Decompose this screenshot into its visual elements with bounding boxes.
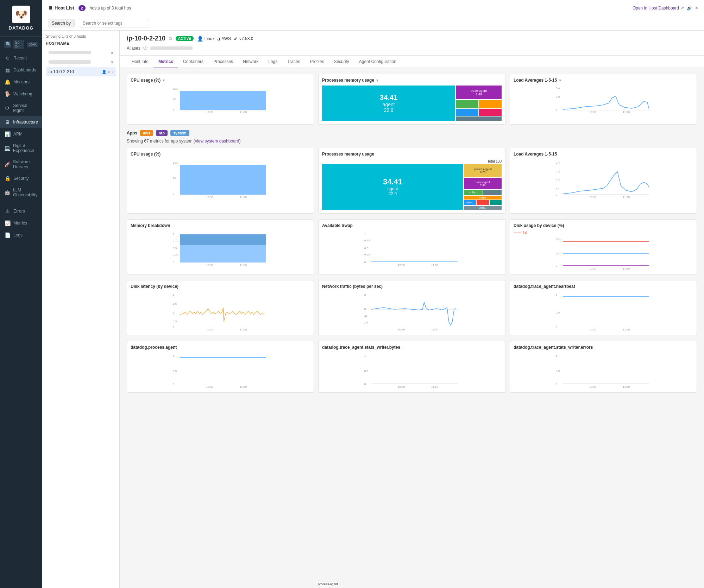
host-item-icons: a: [111, 60, 113, 64]
tab-profiles[interactable]: Profiles: [305, 56, 329, 68]
trace-heartbeat-card: datadog.trace_agent.heartbeat 1 0.5 0 10…: [510, 280, 697, 335]
list-item[interactable]: a: [46, 58, 116, 66]
available-swap-title: Available Swap: [322, 223, 502, 228]
search-by-button[interactable]: Search by: [48, 19, 75, 27]
aws-tag[interactable]: aws: [140, 130, 153, 136]
list-item[interactable]: a: [46, 48, 116, 57]
svg-rect-4: [180, 91, 266, 110]
processes-memory-bottom-title: Processes memory usage: [322, 152, 502, 157]
tab-network[interactable]: Network: [238, 56, 263, 68]
tab-agent-config[interactable]: Agent Configuration: [354, 56, 401, 68]
svg-text:0: 0: [173, 261, 175, 264]
apps-label: Apps aws ntp system: [127, 130, 697, 136]
sidebar-item-dashboards[interactable]: ▦ Dashboards: [0, 64, 42, 76]
volume-icon[interactable]: 🔊: [687, 6, 692, 11]
sidebar-nav: ⟲ Recent ▦ Dashboards 🔔 Monitors 🐕 Watch…: [0, 52, 42, 588]
svg-text:10:30: 10:30: [589, 110, 597, 114]
search-input[interactable]: [79, 19, 149, 27]
stats-writer-bytes-chart: 1 0.5 0 10:30 11:00: [322, 353, 502, 388]
tab-host-info[interactable]: Host Info: [127, 56, 153, 68]
host-item-icons: a: [111, 50, 113, 55]
metrics-icon: 📈: [4, 220, 11, 226]
dropdown-icon[interactable]: ▼: [162, 78, 165, 82]
svg-text:11:00: 11:00: [431, 385, 439, 388]
disk-legend: full: [514, 231, 693, 235]
tab-processes[interactable]: Processes: [208, 56, 238, 68]
network-traffic-chart: 8 0 -8 -16 10:30 11:00: [322, 292, 502, 330]
memory-breakdown-title: Memory breakdown: [131, 223, 310, 228]
sidebar-item-metrics[interactable]: 📈 Metrics: [0, 217, 42, 229]
tab-logs[interactable]: Logs: [263, 56, 282, 68]
svg-text:0.25: 0.25: [173, 253, 178, 256]
svg-text:100: 100: [173, 87, 178, 90]
process-agent-chart: 1 0.5 0 10:30 11:00: [131, 353, 310, 388]
sidebar-item-service-mgmt[interactable]: ⚙ Service Mgmt: [0, 100, 42, 116]
dropdown-icon[interactable]: ▼: [376, 78, 379, 82]
svg-text:0.1: 0.1: [556, 188, 560, 191]
svg-text:1.5: 1.5: [173, 302, 177, 305]
infrastructure-icon: 🖥: [4, 119, 10, 125]
disk-latency-title: Disk latency (by device): [131, 284, 310, 289]
open-dashboard-button[interactable]: Open in Host Dashboard ↗: [633, 6, 684, 11]
global-search[interactable]: 🔍 Go to... ⌘+K: [0, 37, 42, 52]
copy-icon[interactable]: ⧉: [169, 36, 172, 41]
stats-writer-errors-title: datadog.trace_agent.stats_writer.errors: [514, 345, 693, 350]
svg-text:11:00: 11:00: [240, 264, 247, 266]
topbar-right: Open in Host Dashboard ↗ 🔊 ✕: [633, 6, 698, 11]
software-delivery-icon: 🚀: [4, 162, 10, 167]
sidebar-item-digital-experience[interactable]: 💻 Digital Experience: [0, 140, 42, 156]
host-title: ip-10-0-2-210: [127, 35, 165, 42]
sidebar-item-software-delivery[interactable]: 🚀 Software Delivery: [0, 156, 42, 172]
system-tag[interactable]: system: [170, 130, 189, 136]
svg-text:1: 1: [173, 354, 175, 358]
svg-text:0.25: 0.25: [364, 253, 370, 256]
svg-text:10:30: 10:30: [589, 328, 597, 330]
close-icon[interactable]: ✕: [695, 6, 698, 11]
process-agent-card: datadog.process.agent 1 0.5 0 10:30 11:0…: [127, 341, 314, 393]
cpu-usage-top-card: CPU usage (%) ▼ 100 50 0 10:30 11:00: [127, 74, 314, 125]
svg-rect-34: [180, 234, 266, 245]
network-traffic-title: Network traffic (bytes per sec): [322, 284, 502, 289]
trace-heartbeat-title: datadog.trace_agent.heartbeat: [514, 284, 693, 289]
llm-icon: 🤖: [4, 190, 10, 195]
available-swap-card: Available Swap 1 0.75 0.5 0.25 0 10:30 1…: [318, 219, 505, 274]
sidebar-item-logs[interactable]: 📄 Logs: [0, 229, 42, 241]
tab-traces[interactable]: Traces: [282, 56, 305, 68]
tab-metrics[interactable]: Metrics: [153, 56, 178, 68]
sidebar: 🐶 DATADOG 🔍 Go to... ⌘+K ⟲ Recent ▦ Dash…: [0, 0, 42, 588]
sidebar-item-security[interactable]: 🔒 Security: [0, 172, 42, 184]
svg-text:11:00: 11:00: [623, 385, 630, 388]
showing-hosts-label: Showing 1–3 of 3 hosts: [46, 34, 116, 38]
cpu-usage-bottom-card: CPU usage (%) 100 50 0 10:30 11:00: [127, 148, 314, 214]
sidebar-item-llm-obs[interactable]: 🤖 LLM Observability: [0, 184, 42, 201]
legend-label: full: [523, 231, 527, 235]
list-item-active[interactable]: ip-10-0-2-210 👤 a ›: [46, 67, 116, 76]
svg-text:0.2: 0.2: [556, 95, 560, 99]
tab-containers[interactable]: Containers: [178, 56, 208, 68]
legend-line: [514, 233, 521, 233]
ntp-tag[interactable]: ntp: [156, 130, 168, 136]
available-swap-chart: 1 0.75 0.5 0.25 0 10:30 11:00: [322, 231, 502, 266]
svg-text:1: 1: [556, 293, 558, 297]
processes-memory-top-title: Processes memory usage ▼: [322, 78, 502, 83]
svg-text:10:30: 10:30: [206, 264, 214, 266]
sidebar-item-errors[interactable]: ⚠ Errors: [0, 205, 42, 217]
sidebar-item-watchdog[interactable]: 🐕 Watchdog: [0, 88, 42, 100]
sidebar-item-apm[interactable]: 📊 APM: [0, 128, 42, 140]
svg-text:2: 2: [173, 293, 175, 297]
dropdown-icon[interactable]: ▼: [558, 78, 562, 82]
view-system-dashboard-link[interactable]: view system dashboard: [195, 139, 239, 144]
sidebar-item-monitors[interactable]: 🔔 Monitors: [0, 76, 42, 88]
svg-text:1: 1: [364, 233, 366, 236]
load-averages-top-chart: 0.4 0.2 0 10:30 11:00: [514, 86, 693, 114]
host-aliases: Aliases ⓘ: [127, 45, 697, 51]
memory-breakdown-chart: 1 0.75 0.5 0.25 0 10:30 11:00: [131, 231, 310, 266]
sidebar-item-recent[interactable]: ⟲ Recent: [0, 52, 42, 64]
host-name-placeholder: [49, 51, 91, 54]
host-list-panel: Showing 1–3 of 3 hosts HOSTNAME a a ip-1…: [42, 31, 120, 588]
chart-row-4: datadog.process.agent 1 0.5 0 10:30 11:0…: [127, 341, 697, 393]
sidebar-item-infrastructure[interactable]: 🖥 Infrastructure: [0, 116, 42, 128]
tab-security[interactable]: Security: [329, 56, 354, 68]
stats-writer-errors-chart: 1 0.5 0 10:30 11:00: [514, 353, 693, 388]
host-avatar-icon: 👤: [102, 70, 107, 74]
